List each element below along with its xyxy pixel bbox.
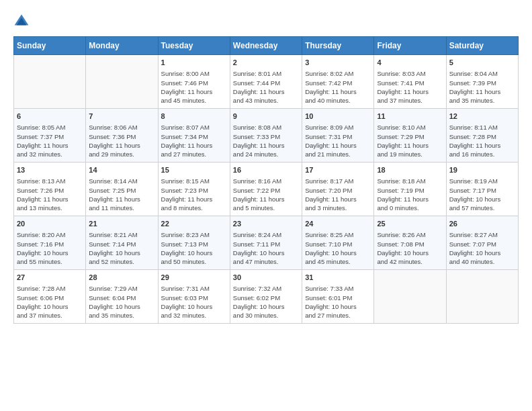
calendar-day-cell: 19Sunrise: 8:19 AM Sunset: 7:17 PM Dayli…: [446, 163, 518, 216]
calendar-day-cell: 13Sunrise: 8:13 AM Sunset: 7:26 PM Dayli…: [14, 163, 86, 216]
logo: [13, 13, 32, 30]
day-info: Sunrise: 8:02 AM Sunset: 7:42 PM Dayligh…: [305, 69, 371, 105]
calendar-day-cell: 15Sunrise: 8:15 AM Sunset: 7:23 PM Dayli…: [158, 163, 230, 216]
logo-icon: [13, 13, 30, 30]
day-info: Sunrise: 8:19 AM Sunset: 7:17 PM Dayligh…: [449, 177, 515, 212]
weekday-header-cell: Monday: [86, 37, 158, 55]
calendar-day-cell: [86, 55, 158, 109]
day-info: Sunrise: 8:18 AM Sunset: 7:19 PM Dayligh…: [377, 177, 443, 212]
calendar-day-cell: 8Sunrise: 8:07 AM Sunset: 7:34 PM Daylig…: [158, 109, 230, 163]
day-number: 23: [233, 219, 299, 229]
day-number: 20: [17, 219, 83, 229]
day-number: 5: [449, 58, 515, 68]
day-info: Sunrise: 8:17 AM Sunset: 7:20 PM Dayligh…: [305, 177, 371, 212]
day-number: 16: [233, 165, 299, 175]
day-info: Sunrise: 8:11 AM Sunset: 7:28 PM Dayligh…: [449, 123, 515, 158]
day-info: Sunrise: 7:31 AM Sunset: 6:03 PM Dayligh…: [161, 284, 227, 320]
day-info: Sunrise: 8:24 AM Sunset: 7:11 PM Dayligh…: [233, 230, 299, 266]
weekday-header-cell: Wednesday: [230, 37, 302, 55]
day-number: 13: [17, 165, 83, 175]
day-number: 19: [449, 165, 515, 175]
day-info: Sunrise: 8:10 AM Sunset: 7:29 PM Dayligh…: [377, 123, 443, 158]
calendar-week-row: 20Sunrise: 8:20 AM Sunset: 7:16 PM Dayli…: [14, 216, 519, 270]
day-number: 30: [233, 273, 299, 283]
day-number: 11: [377, 111, 443, 122]
day-info: Sunrise: 8:06 AM Sunset: 7:36 PM Dayligh…: [89, 123, 154, 158]
calendar-day-cell: 22Sunrise: 8:23 AM Sunset: 7:13 PM Dayli…: [158, 216, 230, 270]
day-number: 28: [89, 273, 154, 283]
calendar-table: SundayMondayTuesdayWednesdayThursdayFrid…: [13, 36, 519, 324]
day-number: 4: [377, 58, 443, 68]
calendar-day-cell: 16Sunrise: 8:16 AM Sunset: 7:22 PM Dayli…: [230, 163, 302, 216]
weekday-header-cell: Saturday: [446, 37, 518, 55]
day-number: 2: [233, 58, 299, 68]
day-info: Sunrise: 8:15 AM Sunset: 7:23 PM Dayligh…: [161, 177, 227, 212]
calendar-day-cell: [374, 270, 446, 324]
day-info: Sunrise: 8:09 AM Sunset: 7:31 PM Dayligh…: [305, 123, 371, 158]
day-info: Sunrise: 8:03 AM Sunset: 7:41 PM Dayligh…: [377, 69, 443, 105]
weekday-header-cell: Tuesday: [158, 37, 230, 55]
calendar-day-cell: 21Sunrise: 8:21 AM Sunset: 7:14 PM Dayli…: [86, 216, 158, 270]
day-info: Sunrise: 8:00 AM Sunset: 7:46 PM Dayligh…: [161, 69, 227, 105]
calendar-week-row: 1Sunrise: 8:00 AM Sunset: 7:46 PM Daylig…: [14, 55, 519, 109]
calendar-week-row: 13Sunrise: 8:13 AM Sunset: 7:26 PM Dayli…: [14, 163, 519, 216]
day-number: 27: [17, 273, 83, 283]
calendar-day-cell: 4Sunrise: 8:03 AM Sunset: 7:41 PM Daylig…: [374, 55, 446, 109]
calendar-day-cell: 2Sunrise: 8:01 AM Sunset: 7:44 PM Daylig…: [230, 55, 302, 109]
day-number: 10: [305, 111, 371, 122]
day-info: Sunrise: 8:13 AM Sunset: 7:26 PM Dayligh…: [17, 177, 83, 212]
calendar-day-cell: 25Sunrise: 8:26 AM Sunset: 7:08 PM Dayli…: [374, 216, 446, 270]
day-number: 25: [377, 219, 443, 229]
calendar-week-row: 6Sunrise: 8:05 AM Sunset: 7:37 PM Daylig…: [14, 109, 519, 163]
day-info: Sunrise: 8:26 AM Sunset: 7:08 PM Dayligh…: [377, 230, 443, 266]
calendar-day-cell: 31Sunrise: 7:33 AM Sunset: 6:01 PM Dayli…: [302, 270, 374, 324]
calendar-week-row: 27Sunrise: 7:28 AM Sunset: 6:06 PM Dayli…: [14, 270, 519, 324]
calendar-day-cell: 7Sunrise: 8:06 AM Sunset: 7:36 PM Daylig…: [86, 109, 158, 163]
day-info: Sunrise: 7:29 AM Sunset: 6:04 PM Dayligh…: [89, 284, 154, 320]
day-info: Sunrise: 8:04 AM Sunset: 7:39 PM Dayligh…: [449, 69, 515, 105]
calendar-day-cell: 5Sunrise: 8:04 AM Sunset: 7:39 PM Daylig…: [446, 55, 518, 109]
page-header: [13, 13, 519, 30]
day-info: Sunrise: 8:16 AM Sunset: 7:22 PM Dayligh…: [233, 177, 299, 212]
calendar-day-cell: [446, 270, 518, 324]
weekday-header-cell: Sunday: [14, 37, 86, 55]
day-number: 15: [161, 165, 227, 175]
day-info: Sunrise: 8:14 AM Sunset: 7:25 PM Dayligh…: [89, 177, 154, 212]
day-info: Sunrise: 8:25 AM Sunset: 7:10 PM Dayligh…: [305, 230, 371, 266]
calendar-day-cell: 6Sunrise: 8:05 AM Sunset: 7:37 PM Daylig…: [14, 109, 86, 163]
day-number: 18: [377, 165, 443, 175]
day-number: 29: [161, 273, 227, 283]
day-number: 9: [233, 111, 299, 122]
calendar-day-cell: [14, 55, 86, 109]
day-number: 26: [449, 219, 515, 229]
day-info: Sunrise: 8:01 AM Sunset: 7:44 PM Dayligh…: [233, 69, 299, 105]
day-number: 1: [161, 58, 227, 68]
weekday-header-row: SundayMondayTuesdayWednesdayThursdayFrid…: [14, 37, 519, 55]
day-number: 22: [161, 219, 227, 229]
calendar-day-cell: 14Sunrise: 8:14 AM Sunset: 7:25 PM Dayli…: [86, 163, 158, 216]
calendar-day-cell: 20Sunrise: 8:20 AM Sunset: 7:16 PM Dayli…: [14, 216, 86, 270]
calendar-day-cell: 18Sunrise: 8:18 AM Sunset: 7:19 PM Dayli…: [374, 163, 446, 216]
calendar-day-cell: 1Sunrise: 8:00 AM Sunset: 7:46 PM Daylig…: [158, 55, 230, 109]
day-number: 24: [305, 219, 371, 229]
calendar-day-cell: 26Sunrise: 8:27 AM Sunset: 7:07 PM Dayli…: [446, 216, 518, 270]
calendar-day-cell: 30Sunrise: 7:32 AM Sunset: 6:02 PM Dayli…: [230, 270, 302, 324]
day-number: 8: [161, 111, 227, 122]
calendar-day-cell: 10Sunrise: 8:09 AM Sunset: 7:31 PM Dayli…: [302, 109, 374, 163]
calendar-day-cell: 11Sunrise: 8:10 AM Sunset: 7:29 PM Dayli…: [374, 109, 446, 163]
calendar-day-cell: 28Sunrise: 7:29 AM Sunset: 6:04 PM Dayli…: [86, 270, 158, 324]
day-info: Sunrise: 7:33 AM Sunset: 6:01 PM Dayligh…: [305, 284, 371, 320]
calendar-day-cell: 24Sunrise: 8:25 AM Sunset: 7:10 PM Dayli…: [302, 216, 374, 270]
day-number: 6: [17, 111, 83, 122]
day-info: Sunrise: 8:23 AM Sunset: 7:13 PM Dayligh…: [161, 230, 227, 266]
calendar-day-cell: 17Sunrise: 8:17 AM Sunset: 7:20 PM Dayli…: [302, 163, 374, 216]
day-info: Sunrise: 7:32 AM Sunset: 6:02 PM Dayligh…: [233, 284, 299, 320]
day-number: 3: [305, 58, 371, 68]
calendar-day-cell: 23Sunrise: 8:24 AM Sunset: 7:11 PM Dayli…: [230, 216, 302, 270]
calendar-day-cell: 12Sunrise: 8:11 AM Sunset: 7:28 PM Dayli…: [446, 109, 518, 163]
day-info: Sunrise: 8:05 AM Sunset: 7:37 PM Dayligh…: [17, 123, 83, 158]
weekday-header-cell: Thursday: [302, 37, 374, 55]
day-info: Sunrise: 8:21 AM Sunset: 7:14 PM Dayligh…: [89, 230, 154, 266]
day-number: 7: [89, 111, 154, 122]
calendar-day-cell: 27Sunrise: 7:28 AM Sunset: 6:06 PM Dayli…: [14, 270, 86, 324]
